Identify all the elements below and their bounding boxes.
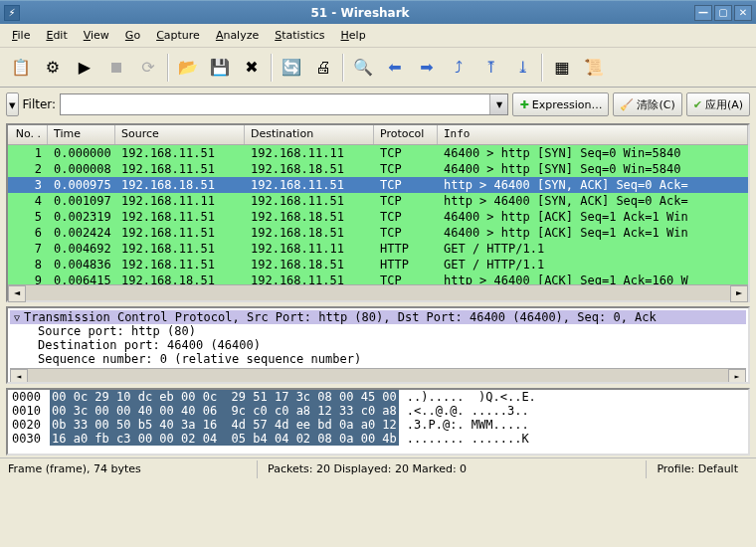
separator [167,54,169,82]
col-info[interactable]: Info [438,125,748,144]
main-toolbar: 📋 ⚙ ▶ ⏹ ⟳ 📂 💾 ✖ 🔄 🖨 🔍 ⬅ ➡ ⤴ ⤒ ⤓ ▦ 📜 [0,48,756,88]
close-button[interactable]: ✕ [734,5,752,21]
hscrollbar[interactable] [8,284,748,300]
packet-row[interactable]: 20.000008192.168.11.51192.168.18.51TCP46… [8,161,748,177]
close-file-icon: ✖ [241,57,263,79]
detail-row[interactable]: Destination port: 46400 (46400) [10,338,746,352]
menubar: File Edit View Go Capture Analyze Statis… [0,24,756,48]
menu-go[interactable]: Go [119,27,146,44]
goto-icon: ⤴ [448,57,470,79]
hex-row[interactable]: 00200b 33 00 50 b5 40 3a 16 4d 57 4d ee … [8,418,748,432]
tb-gofwd[interactable]: ➡ [412,53,442,83]
apply-button[interactable]: ✔ 应用(A) [686,92,750,116]
reload-icon: 🔄 [281,57,302,79]
forward-icon: ➡ [416,57,438,79]
separator [271,54,273,82]
tb-stop[interactable]: ⏹ [101,53,131,83]
tb-print[interactable]: 🖨 [308,53,338,83]
tb-close[interactable]: ✖ [237,53,267,83]
packet-row[interactable]: 50.002319192.168.11.51192.168.18.51TCP46… [8,209,748,225]
tb-goback[interactable]: ⬅ [380,53,410,83]
tb-open[interactable]: 📂 [173,53,203,83]
tb-interfaces[interactable]: 📋 [6,53,36,83]
col-time[interactable]: Time [48,125,115,144]
tb-colorize[interactable]: ▦ [547,53,577,83]
packet-rows[interactable]: 10.000000192.168.11.51192.168.11.11TCP46… [8,145,748,284]
hex-row[interactable]: 000000 0c 29 10 dc eb 00 0c 29 51 17 3c … [8,390,748,404]
stop-capture-icon: ⏹ [105,57,127,79]
detail-row[interactable]: Sequence number: 0 (relative sequence nu… [10,352,746,366]
plus-icon: ✚ [519,98,528,111]
detail-head: Transmission Control Protocol, Src Port:… [24,310,657,324]
maximize-button[interactable]: ▢ [714,5,732,21]
filter-icon: ▾ [9,97,16,112]
packet-list-header: No. . Time Source Destination Protocol I… [8,125,748,145]
packet-row[interactable]: 70.004692192.168.11.51192.168.11.11HTTPG… [8,241,748,257]
find-icon: 🔍 [352,57,374,79]
status-frame: Frame (frame), 74 bytes [8,460,257,478]
col-source[interactable]: Source [115,125,245,144]
packet-row[interactable]: 40.001097192.168.11.11192.168.11.51TCPht… [8,193,748,209]
packet-row[interactable]: 90.006415192.168.18.51192.168.11.51TCPht… [8,273,748,284]
restart-capture-icon: ⟳ [137,57,159,79]
menu-edit[interactable]: Edit [40,27,73,44]
packet-bytes-pane[interactable]: 000000 0c 29 10 dc eb 00 0c 29 51 17 3c … [6,388,750,456]
separator [342,54,344,82]
packet-row[interactable]: 60.002424192.168.11.51192.168.18.51TCP46… [8,225,748,241]
filter-dropdown[interactable]: ▼ [489,94,507,114]
menu-file[interactable]: File [6,27,36,44]
apply-label: 应用(A) [705,97,743,112]
tb-find[interactable]: 🔍 [348,53,378,83]
expression-button[interactable]: ✚ Expression… [512,92,609,116]
clear-icon: 🧹 [620,98,634,111]
col-protocol[interactable]: Protocol [374,125,438,144]
packet-row[interactable]: 30.000975192.168.18.51192.168.11.51TCPht… [8,177,748,193]
packet-row[interactable]: 80.004836192.168.11.51192.168.18.51HTTPG… [8,257,748,273]
options-icon: ⚙ [42,57,64,79]
tb-save[interactable]: 💾 [205,53,235,83]
filter-toolbar: ▾ Filter: ▼ ✚ Expression… 🧹 清除(C) ✔ 应用(A… [0,88,756,121]
tb-autoscroll[interactable]: 📜 [579,53,609,83]
tb-golast[interactable]: ⤓ [507,53,537,83]
status-packets: Packets: 20 Displayed: 20 Marked: 0 [257,460,646,478]
colorize-icon: ▦ [551,57,573,79]
menu-capture[interactable]: Capture [150,27,206,44]
menu-help[interactable]: Help [335,27,372,44]
menu-analyze[interactable]: Analyze [210,27,265,44]
autoscroll-icon: 📜 [583,57,605,79]
save-icon: 💾 [209,57,231,79]
packet-row[interactable]: 10.000000192.168.11.51192.168.11.11TCP46… [8,145,748,161]
last-icon: ⤓ [511,57,533,79]
tb-start[interactable]: ▶ [70,53,99,83]
tb-reload[interactable]: 🔄 [277,53,306,83]
detail-row[interactable]: Source port: http (80) [10,324,746,338]
expander-icon[interactable]: ▽ [10,312,24,323]
expression-label: Expression… [532,98,603,111]
menu-view[interactable]: View [78,27,115,44]
hscrollbar[interactable] [10,368,746,384]
tb-goto[interactable]: ⤴ [444,53,473,83]
interfaces-icon: 📋 [10,57,32,79]
tb-gofirst[interactable]: ⤒ [475,53,505,83]
statusbar: Frame (frame), 74 bytes Packets: 20 Disp… [0,457,756,479]
col-no[interactable]: No. . [8,125,48,144]
tb-restart[interactable]: ⟳ [133,53,163,83]
window-title: 51 - Wireshark [26,6,694,20]
hex-row[interactable]: 001000 3c 00 00 40 00 40 06 9c c0 c0 a8 … [8,404,748,418]
packet-details-pane[interactable]: ▽ Transmission Control Protocol, Src Por… [6,306,750,384]
separator [541,54,543,82]
filter-button[interactable]: ▾ [6,92,19,116]
tb-options[interactable]: ⚙ [38,53,68,83]
menu-statistics[interactable]: Statistics [269,27,330,44]
hex-row[interactable]: 003016 a0 fb c3 00 00 02 04 05 b4 04 02 … [8,432,748,446]
detail-row[interactable]: ▽ Transmission Control Protocol, Src Por… [10,310,746,324]
apply-icon: ✔ [693,98,702,111]
start-capture-icon: ▶ [74,57,95,79]
clear-button[interactable]: 🧹 清除(C) [613,92,681,116]
col-destination[interactable]: Destination [245,125,374,144]
titlebar: ⚡ 51 - Wireshark — ▢ ✕ [0,0,756,24]
minimize-button[interactable]: — [694,5,712,21]
filter-input-wrap: ▼ [60,93,508,115]
clear-label: 清除(C) [637,97,674,112]
filter-input[interactable] [61,94,489,114]
